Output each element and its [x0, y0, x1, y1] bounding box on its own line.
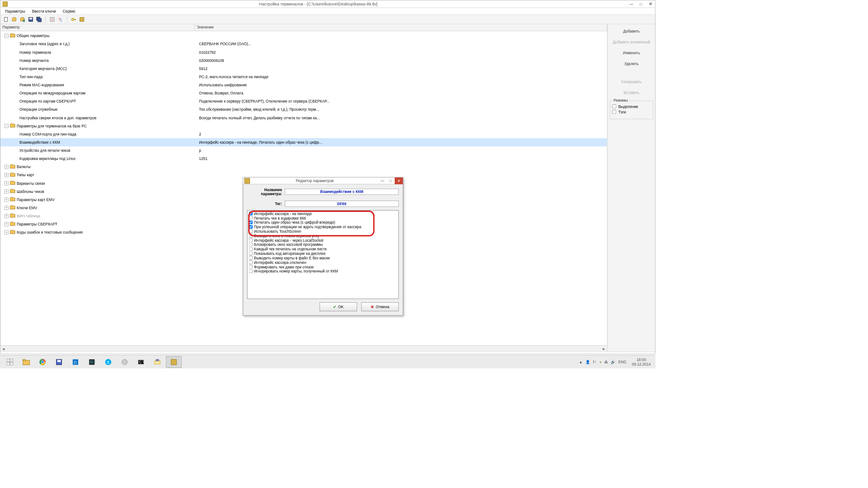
- save-icon[interactable]: [27, 15, 35, 23]
- explorer-icon[interactable]: [19, 356, 34, 368]
- terminal-icon[interactable]: C:\: [133, 356, 149, 368]
- chrome-icon[interactable]: [35, 356, 51, 368]
- options-listbox[interactable]: Интерфейс кассира - на пинпадеПечатать ч…: [247, 210, 399, 299]
- option-checkbox[interactable]: Интерфейс кассира - через LocalSocket: [249, 238, 397, 242]
- tree-row[interactable]: Тип пин-падаPC-2, магн.полоса читается н…: [0, 73, 607, 81]
- expand-toggle[interactable]: −: [5, 124, 9, 128]
- svg-text:3CX: 3CX: [90, 360, 95, 364]
- terminal-config-icon[interactable]: [166, 356, 182, 368]
- taskbar[interactable]: O 3CX S C:\ ▲ 👤 🏳 ● 🖧 🔊 ENG 18:00 09.12.…: [0, 355, 656, 368]
- tree-row[interactable]: Режим MAC-кодированияИспользовать шифров…: [0, 81, 607, 89]
- tree-row[interactable]: Номер терминала01022782: [0, 48, 607, 56]
- tray-bt-icon[interactable]: ●: [599, 360, 602, 364]
- option-checkbox[interactable]: Блокировать окно кассовой программы: [249, 242, 397, 247]
- save-all-icon[interactable]: [35, 15, 43, 23]
- expand-toggle[interactable]: +: [5, 206, 9, 210]
- close-button[interactable]: ✕: [646, 0, 655, 8]
- col-parameter[interactable]: Параметр: [0, 24, 195, 31]
- scroll-right-icon[interactable]: ►: [602, 347, 607, 352]
- expand-toggle[interactable]: +: [5, 189, 9, 193]
- tree-row[interactable]: +Валюты: [0, 163, 607, 171]
- param-tag-field[interactable]: DF69: [285, 201, 399, 207]
- tree-row[interactable]: Операции по международным картамОтмена, …: [0, 89, 607, 97]
- outlook-icon[interactable]: O: [68, 356, 84, 368]
- tree-row[interactable]: Кодировка кириллицы под Linux1251: [0, 155, 607, 163]
- expand-toggle[interactable]: +: [5, 173, 9, 177]
- menu-service[interactable]: Сервис: [59, 9, 79, 14]
- mode-selection-checkbox[interactable]: Выделение: [612, 104, 651, 108]
- tree-row[interactable]: Операции служебныеТех.обслуживание (наст…: [0, 105, 607, 113]
- help-icon[interactable]: ?]: [57, 15, 64, 23]
- tree-row[interactable]: Номер COM-порта для пин-пада2: [0, 130, 607, 138]
- option-checkbox[interactable]: Игнорировать номер карты, полученный от …: [249, 269, 397, 273]
- option-checkbox[interactable]: Интерфейс кассира - на пинпаде: [249, 211, 397, 216]
- tree-row[interactable]: Категория мерчанта (MCC)5912: [0, 65, 607, 73]
- option-checkbox[interactable]: Каждый чек печатать на отдельном листе: [249, 247, 397, 251]
- tray-chevron-icon[interactable]: ▲: [579, 360, 582, 364]
- skype-icon[interactable]: S: [100, 356, 116, 368]
- tray-vol-icon[interactable]: 🔊: [611, 360, 616, 364]
- expand-toggle[interactable]: +: [5, 197, 9, 202]
- tree-row[interactable]: Взаимодействие с ККМИнтерфейс кассира - …: [0, 138, 607, 146]
- expand-toggle[interactable]: −: [5, 34, 9, 38]
- scroll-left-icon[interactable]: ◄: [1, 347, 6, 352]
- option-checkbox[interactable]: Формировать чек даже при отказе: [249, 264, 397, 269]
- option-checkbox[interactable]: Выводить номер карты в файл E без маски: [249, 256, 397, 260]
- option-checkbox[interactable]: Использовать TouchScreen: [249, 229, 397, 234]
- tree-row[interactable]: Операции по картам СБЕРКАРТПодключение к…: [0, 97, 607, 105]
- param-name-field[interactable]: Взаимодействие с ККМ: [285, 189, 399, 195]
- 3cx-icon[interactable]: 3CX: [84, 356, 100, 368]
- edit-button[interactable]: Изменить: [608, 47, 655, 58]
- option-checkbox[interactable]: При успешной операции не ждать подтвержд…: [249, 225, 397, 229]
- tree-row[interactable]: −Параметры для терминалов на базе PC: [0, 122, 607, 130]
- tree-row[interactable]: Устройство для печати чековp: [0, 146, 607, 155]
- option-checkbox[interactable]: Печатать чек в кодировке 866: [249, 216, 397, 220]
- expand-toggle[interactable]: +: [5, 165, 9, 169]
- add-button[interactable]: Добавить: [608, 26, 655, 37]
- properties-icon[interactable]: [48, 15, 56, 23]
- open-icon[interactable]: [10, 15, 18, 23]
- options-icon[interactable]: [78, 15, 86, 23]
- dialog-maximize-button[interactable]: □: [387, 177, 395, 184]
- tray-flag-icon[interactable]: 🏳: [593, 360, 596, 364]
- app1-icon[interactable]: [117, 356, 132, 368]
- ok-button[interactable]: ✔OK: [320, 302, 357, 311]
- tray-user-icon[interactable]: 👤: [585, 360, 590, 364]
- mode-tags-checkbox[interactable]: Тэги: [612, 110, 651, 114]
- option-checkbox[interactable]: Выводить окно в левом верхнем углу: [249, 234, 397, 238]
- save-app-icon[interactable]: [51, 356, 67, 368]
- dialog-titlebar[interactable]: Редактор параметров — □ ✕: [243, 178, 403, 184]
- tree-row[interactable]: Заголовок чека (адрес и т.д.)СБЕРБАНК РО…: [0, 40, 607, 48]
- menu-parameters[interactable]: Параметры: [2, 9, 28, 14]
- minimize-button[interactable]: —: [627, 0, 636, 8]
- putty-icon[interactable]: [150, 356, 165, 368]
- option-checkbox[interactable]: Интерфейс кассира отключен: [249, 260, 397, 264]
- tree-row[interactable]: Номер мерчанта020000006109: [0, 56, 607, 65]
- svg-rect-16: [80, 17, 84, 21]
- tree-row[interactable]: −Общие параметры: [0, 32, 607, 40]
- start-button[interactable]: [2, 356, 18, 368]
- horizontal-scrollbar[interactable]: ◄ ►: [0, 345, 607, 352]
- tray-net-icon[interactable]: 🖧: [604, 360, 608, 364]
- col-value[interactable]: Значение: [195, 24, 607, 31]
- open-recent-icon[interactable]: [19, 15, 27, 23]
- expand-toggle[interactable]: +: [5, 181, 9, 185]
- system-tray[interactable]: ▲ 👤 🏳 ● 🖧 🔊 ENG 18:00 09.12.2014: [579, 358, 653, 366]
- menu-enter-keys[interactable]: Ввести ключи: [28, 9, 59, 14]
- key-icon[interactable]: [70, 15, 78, 23]
- clock[interactable]: 18:00 09.12.2014: [632, 358, 651, 366]
- svg-rect-17: [7, 359, 9, 361]
- dialog-minimize-button[interactable]: —: [378, 177, 387, 184]
- option-checkbox[interactable]: Печатать один образ чека (с цифрой впере…: [249, 220, 397, 225]
- new-icon[interactable]: [2, 15, 10, 23]
- expand-toggle[interactable]: +: [5, 230, 9, 235]
- delete-button[interactable]: Удалить: [608, 58, 655, 69]
- option-checkbox[interactable]: Показывать код авторизации на дисплее: [249, 251, 397, 256]
- tray-lang[interactable]: ENG: [618, 360, 627, 364]
- cancel-button[interactable]: ✖Отмена: [361, 302, 399, 311]
- dialog-close-button[interactable]: ✕: [395, 177, 403, 184]
- expand-toggle[interactable]: +: [5, 222, 9, 226]
- tree-row[interactable]: Настройка сверки итогов и доп. параметро…: [0, 113, 607, 122]
- maximize-button[interactable]: □: [636, 0, 646, 8]
- expand-toggle[interactable]: +: [5, 214, 9, 218]
